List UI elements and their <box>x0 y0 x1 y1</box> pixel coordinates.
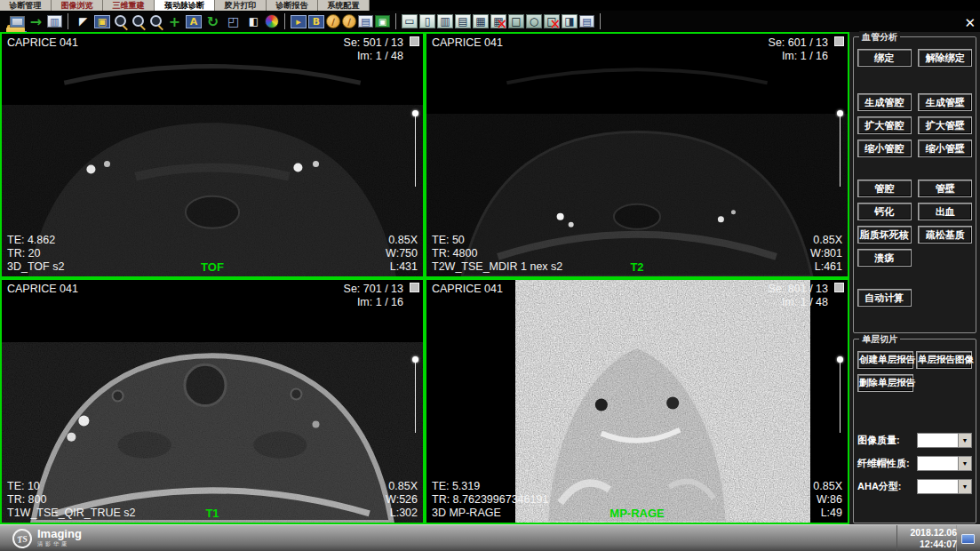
generate-lumen-button[interactable]: 生成管腔 <box>857 93 912 111</box>
viewport-tof[interactable]: CAPRICE 041 Se: 501 / 13Im: 1 / 48 TE: 4… <box>0 32 425 278</box>
hemorrhage-button[interactable]: 出血 <box>918 203 972 220</box>
viewport-select-checkbox[interactable] <box>410 36 419 46</box>
split-view-icon[interactable]: ◨ <box>562 14 578 28</box>
chevron-down-icon: ▼ <box>958 480 971 493</box>
viewport-select-checkbox[interactable] <box>410 283 419 292</box>
bind-button[interactable]: 绑定 <box>857 49 912 67</box>
ts-logo-icon: TS <box>12 527 34 549</box>
viewport-select-checkbox[interactable] <box>834 283 844 292</box>
lumen-button[interactable]: 管腔 <box>857 180 912 197</box>
image-scroll-slider[interactable] <box>840 114 841 187</box>
viewport-t1[interactable]: CAPRICE 041 Se: 701 / 13Im: 1 / 16 TE: 1… <box>0 278 425 524</box>
toolbar-separator <box>284 13 285 29</box>
acquisition-params: TE: 5.319TR: 8.762399673461913D MP-RAGE <box>432 480 548 520</box>
annotation-tool-icon[interactable]: A <box>186 15 202 28</box>
ts-imaging-logo: TS Imaging 清影华康 <box>12 529 82 548</box>
archive-database-icon[interactable]: ▥ <box>47 15 62 28</box>
expand-lumen-button[interactable]: 扩大管腔 <box>857 116 912 134</box>
application-window: 诊断管理 图像浏览 三维重建 颈动脉诊断 胶片打印 诊断报告 系统配置 →▥◤▣… <box>0 0 980 551</box>
close-icon[interactable]: ✕ <box>964 17 976 29</box>
vessel-group-title: 血管分析 <box>859 31 900 44</box>
create-slice-report-button[interactable]: 创建单层报告 <box>857 351 913 369</box>
fibrous-cap-label: 纤维帽性质: <box>857 457 910 470</box>
toolbar-separator <box>600 13 601 29</box>
pan-tool-icon[interactable]: + <box>165 12 184 30</box>
viewport-t2[interactable]: CAPRICE 041 Se: 601 / 13Im: 1 / 16 TE: 5… <box>425 32 849 278</box>
loose-matrix-button[interactable]: 疏松基质 <box>918 226 972 244</box>
series-info: Se: 601 / 13Im: 1 / 16 <box>769 36 828 63</box>
zoom-tool-icon[interactable] <box>112 13 128 29</box>
viewport-mprage[interactable]: CAPRICE 041 Se: 801 / 13Im: 1 / 48 TE: 5… <box>425 278 849 524</box>
delete-slice-report-button[interactable]: 删除单层报告 <box>857 374 913 392</box>
pointer-tool-icon[interactable]: ◤ <box>74 12 92 30</box>
tab-carotid-diagnosis[interactable]: 颈动脉诊断 <box>155 0 215 11</box>
mri-image-tof <box>2 34 423 276</box>
roi-ellipse-icon[interactable]: ○ <box>526 14 542 28</box>
measure-tool-2-icon[interactable]: ∕ <box>342 14 356 28</box>
module-tab-bar: 诊断管理 图像浏览 三维重建 颈动脉诊断 胶片打印 诊断报告 系统配置 <box>0 0 980 11</box>
acquisition-params: TE: 10TR: 800T1W_TSE_QIR_TRUE s2 <box>7 480 135 520</box>
image-quality-label: 图像质量: <box>857 434 900 447</box>
image-quality-select[interactable]: ▼ <box>917 433 972 448</box>
lipid-core-button[interactable]: 脂质坏死核 <box>857 226 912 244</box>
layout-bind-icon[interactable]: B <box>308 15 324 28</box>
cine-view-icon[interactable]: ▤ <box>579 15 594 28</box>
roi-rectangle-icon[interactable]: □ <box>508 14 524 28</box>
image-scroll-slider[interactable] <box>415 360 416 433</box>
tab-system-config[interactable]: 系统配置 <box>318 0 370 11</box>
auto-calculate-button[interactable]: 自动计算 <box>857 289 912 307</box>
measure-tool-1-icon[interactable]: ∕ <box>326 14 340 28</box>
ime-language-icon[interactable] <box>961 534 975 544</box>
aha-type-select[interactable]: ▼ <box>917 479 972 494</box>
patient-id: CAPRICE 041 <box>432 36 503 50</box>
layout-grid-2x2-icon[interactable]: ▦ <box>473 14 489 28</box>
color-palette-tool-icon[interactable] <box>265 14 279 28</box>
copy-report-icon[interactable]: ▤ <box>358 15 373 28</box>
refresh-tool-icon[interactable]: ↻ <box>203 12 222 30</box>
slice-group-title: 单层切片 <box>859 333 900 346</box>
image-scroll-slider[interactable] <box>415 114 416 187</box>
toolbar: →▥◤▣+A↻◰◧▸B∕∕▤▣▭▯▥▤▦▦□○□◨▤ <box>0 11 980 32</box>
expand-wall-button[interactable]: 扩大管壁 <box>918 116 972 134</box>
layout-forward-icon[interactable]: ▸ <box>291 15 307 28</box>
fibrous-cap-select[interactable]: ▼ <box>917 456 972 471</box>
chevron-down-icon: ▼ <box>958 457 971 470</box>
viewport-select-checkbox[interactable] <box>834 36 844 46</box>
fit-screen-tool-icon[interactable]: ◰ <box>224 12 243 30</box>
tab-image-browse[interactable]: 图像浏览 <box>52 0 103 11</box>
roi-clear-icon[interactable]: □ <box>544 14 560 28</box>
ulcer-button[interactable]: 溃疡 <box>857 249 912 267</box>
viewport-grid: CAPRICE 041 Se: 501 / 13Im: 1 / 48 TE: 4… <box>0 32 849 524</box>
shrink-lumen-button[interactable]: 缩小管腔 <box>857 140 912 157</box>
capture-image-icon[interactable]: ▣ <box>375 15 390 28</box>
unbind-button[interactable]: 解除绑定 <box>918 49 972 67</box>
date-text: 2018.12.06 <box>910 527 957 539</box>
tab-3d-reconstruction[interactable]: 三维重建 <box>103 0 155 11</box>
layout-stamp-icon[interactable]: ▯ <box>419 14 435 28</box>
layout-two-row-icon[interactable]: ▤ <box>455 14 471 28</box>
display-params: 0.85XW:750L:431 <box>386 234 418 274</box>
layout-two-col-icon[interactable]: ▥ <box>437 14 453 28</box>
layout-single-icon[interactable]: ▭ <box>402 14 418 28</box>
series-info: Se: 701 / 13Im: 1 / 16 <box>344 283 403 309</box>
series-info: Se: 801 / 13Im: 1 / 48 <box>769 283 828 309</box>
shrink-wall-button[interactable]: 缩小管壁 <box>918 140 972 157</box>
zoom-x2-tool-icon[interactable] <box>147 13 163 29</box>
calcification-button[interactable]: 钙化 <box>857 203 912 220</box>
tab-diagnosis-management[interactable]: 诊断管理 <box>0 0 52 11</box>
layout-grid-clear-icon[interactable]: ▦ <box>490 14 506 28</box>
patient-id: CAPRICE 041 <box>432 283 503 296</box>
tab-film-print[interactable]: 胶片打印 <box>215 0 267 11</box>
send-study-icon[interactable]: → <box>27 12 45 30</box>
wall-button[interactable]: 管壁 <box>918 180 972 197</box>
image-scroll-slider[interactable] <box>840 360 841 433</box>
acquisition-params: TE: 4.862TR: 203D_TOF s2 <box>7 234 64 274</box>
aha-type-label: AHA分型: <box>857 480 902 493</box>
window-level-tool-icon[interactable]: ▣ <box>94 15 110 28</box>
zoom-region-tool-icon[interactable] <box>130 13 146 29</box>
tab-diagnosis-report[interactable]: 诊断报告 <box>267 0 318 11</box>
invert-tool-icon[interactable]: ◧ <box>244 12 263 30</box>
workstation-icon[interactable] <box>10 16 25 28</box>
slice-report-image-button[interactable]: 单层报告图像 <box>916 351 972 369</box>
generate-wall-button[interactable]: 生成管壁 <box>918 93 972 111</box>
